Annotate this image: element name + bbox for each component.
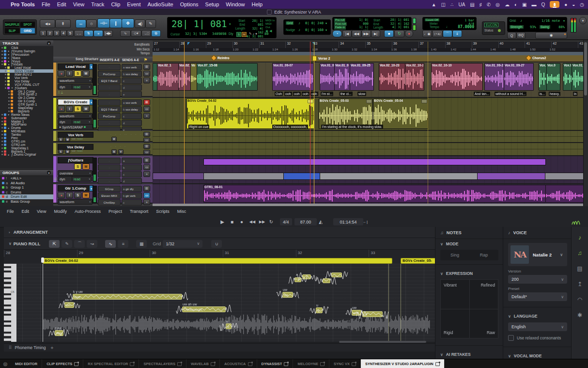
track-color-swatch[interactable] <box>11 100 13 102</box>
plugin-menu-item[interactable]: File <box>7 209 14 214</box>
track-color-swatch[interactable] <box>11 93 13 96</box>
send-slot[interactable]: b <box>122 164 142 171</box>
menubar-status-icon[interactable]: ▲ <box>432 2 436 7</box>
track-color-strip[interactable] <box>53 143 56 154</box>
strip-icon[interactable]: ♪ <box>576 234 584 241</box>
send-slot[interactable]: a <box>122 158 142 164</box>
menubar-status-icon[interactable]: UA <box>458 2 465 7</box>
automation-mode[interactable]: read <box>77 137 83 142</box>
folder-arrow-icon[interactable]: ▸ <box>7 113 10 116</box>
track-name-bgvs-create[interactable]: BGVs Create▾ <box>58 99 93 105</box>
group-name[interactable]: <ALL> <box>11 176 21 180</box>
instrument-window-button[interactable]: ⊞ <box>143 144 150 149</box>
track-color-swatch[interactable] <box>11 96 13 99</box>
lane-vox-verb[interactable] <box>153 131 584 143</box>
track-list-item[interactable]: ▸ ƒDrums Swingin <box>0 49 53 53</box>
mute-button[interactable]: M <box>65 137 70 142</box>
grid-dropdown[interactable]: 1/32∨ <box>163 240 202 248</box>
slip-mode-button[interactable]: SLIP <box>4 28 20 34</box>
lyric-label[interactable]: q <box>317 308 319 313</box>
audio-clip[interactable]: Vox.02_10-10 <box>431 63 483 91</box>
strip-icon[interactable]: ✱ <box>576 311 584 319</box>
solo-indicator[interactable]: S <box>236 32 241 37</box>
menubar-status-icon[interactable]: Q <box>541 2 545 7</box>
editor-tab[interactable]: CLIP EFFECTS <box>42 359 83 368</box>
track-list-item[interactable]: Male BGV.1 <box>0 73 53 76</box>
track-color-swatch[interactable] <box>4 150 6 153</box>
app-menu[interactable]: Pro Tools <box>11 1 35 7</box>
plugin-menu-item[interactable]: View <box>37 209 46 214</box>
zoom-preset-5[interactable]: 5 <box>67 30 74 36</box>
synth-note[interactable] <box>331 272 342 277</box>
track-color-swatch[interactable] <box>7 70 10 72</box>
folder-arrow-icon[interactable]: ▾ <box>7 63 10 66</box>
auto-vibrato-toggle[interactable]: ∪ <box>211 240 222 248</box>
language-dropdown[interactable]: English∨ <box>508 322 567 331</box>
ruler-label-minsec[interactable]: Min:Secs <box>137 48 150 51</box>
phoneme-label[interactable]: uw <box>352 306 356 309</box>
audio-clip[interactable]: Vox.01_09-07 <box>272 63 314 91</box>
menu-item[interactable]: File <box>42 1 50 7</box>
pencil-tool[interactable]: ✎ <box>145 19 156 28</box>
expression-section-header[interactable]: ∨EXPRESSION <box>435 269 503 278</box>
link-timeline-button[interactable]: ⇅ <box>84 30 93 37</box>
synth-note[interactable]: u o <box>226 323 232 329</box>
track-color-swatch[interactable] <box>7 80 10 82</box>
track-color-swatch[interactable] <box>4 130 6 132</box>
black-key[interactable] <box>4 325 11 327</box>
folder-arrow-icon[interactable]: ▸ <box>7 56 10 59</box>
track-color-swatch[interactable] <box>4 123 6 126</box>
track-color-strip[interactable] <box>53 131 56 141</box>
black-key[interactable] <box>4 282 11 284</box>
mute-button[interactable]: M <box>82 106 90 112</box>
phoneme-label[interactable]: aa n <box>65 298 72 302</box>
menubar-status-icon[interactable]: ▬ <box>531 2 536 7</box>
instrument-window-button[interactable]: ⊞ <box>143 186 150 192</box>
send-slot[interactable]: d <box>122 120 142 126</box>
audio-clip[interactable]: Vox. <box>539 63 547 91</box>
editor-tab[interactable]: SPECTRALAYERS <box>139 359 186 368</box>
black-key[interactable] <box>4 277 11 280</box>
insert-slot[interactable]: ChnlStrp <box>98 199 121 206</box>
toolbar-options-button[interactable]: ▾ <box>579 17 587 24</box>
online-clock-button[interactable]: ◔ <box>332 30 342 37</box>
stop-button[interactable]: ■ <box>229 218 235 225</box>
phoneme-label[interactable]: u <box>226 320 228 323</box>
track-name-gtr1[interactable]: Gtr 1.Comp▾ <box>58 185 93 192</box>
track-color-swatch[interactable] <box>4 113 6 116</box>
lyric-label[interactable]: on <box>66 303 70 307</box>
solo-button[interactable]: S <box>74 192 81 198</box>
track-list-item[interactable]: MIDIPiano <box>0 123 53 126</box>
grid2-value[interactable]: 1/16 note <box>542 19 560 23</box>
menubar-status-icon[interactable]: ♯ <box>480 2 482 7</box>
lane-gtr1-comp[interactable]: GTR1_08-01 <box>153 184 584 205</box>
edit-vertical-scrollbar[interactable] <box>583 40 588 206</box>
automation-mode[interactable]: read <box>77 149 83 154</box>
plugin-menu-item[interactable]: Modify <box>54 209 67 214</box>
time-display[interactable]: 01:14:54 <box>333 218 363 225</box>
solo-button[interactable]: S <box>74 106 81 112</box>
insert-slot[interactable]: EQ3 7-Band <box>98 78 121 84</box>
comments-button[interactable]: ▭ <box>143 192 150 198</box>
zoom-preset-1[interactable]: 1 <box>40 30 46 36</box>
folder-clip-segment[interactable] <box>203 173 284 180</box>
solo-button[interactable]: S <box>74 163 81 170</box>
input-monitor-button[interactable]: I <box>66 106 73 112</box>
folder-region-bar[interactable] <box>203 159 546 165</box>
folder-arrow-icon[interactable]: ▸ <box>7 153 10 156</box>
record-button[interactable]: ● <box>405 30 413 37</box>
play-loop-button[interactable]: ↻ <box>394 30 404 37</box>
lane-vox-delay[interactable] <box>153 143 584 156</box>
synth-note[interactable]: aa n on <box>64 302 74 308</box>
track-color-swatch[interactable] <box>4 47 6 49</box>
group-list-item[interactable]: e Bass Group <box>0 199 53 204</box>
black-key[interactable] <box>4 304 11 307</box>
insert-slot[interactable] <box>98 64 121 70</box>
zoom-vertical-button[interactable]: ⇞ <box>55 19 71 28</box>
audio-clip[interactable]: Vox.01_09-27 <box>504 63 534 91</box>
insert-slot[interactable]: ProComp <box>98 113 121 119</box>
solo-button[interactable]: S <box>58 137 63 142</box>
mic-active-indicator[interactable] <box>550 1 559 8</box>
track-list-item[interactable]: ▸ ƒBass <box>0 56 53 60</box>
black-key[interactable] <box>4 271 11 273</box>
